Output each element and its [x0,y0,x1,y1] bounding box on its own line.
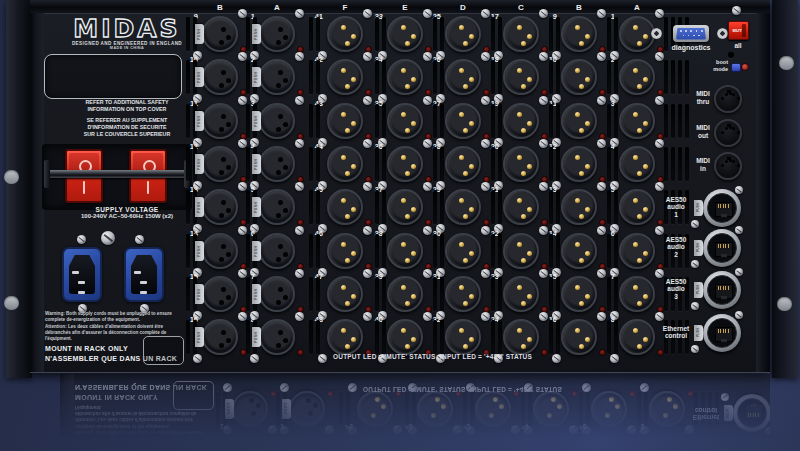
midi-out-port[interactable] [714,119,742,147]
rack-ear-hole [777,297,792,311]
screw [655,96,664,105]
aes50-audio-1-port[interactable] [703,189,741,227]
xlr-male-connector [387,233,423,269]
xlr-pin [341,112,346,117]
vent-slot [556,104,560,138]
xlr-male-connector [503,146,539,182]
xlr-hole [219,257,224,262]
xlr-pin [401,112,406,117]
xlr-pin [345,214,350,219]
screw [295,139,304,148]
push-latch: PUSH [252,197,261,217]
mute-all-button[interactable]: MUTE [728,21,749,40]
midi-thru-port[interactable] [714,85,742,113]
xlr-pin [459,25,464,30]
xlr-hole [283,252,288,257]
xlr-pin [643,121,648,126]
xlr-pin [463,41,468,46]
xlr-male-connector [619,319,655,355]
xlr-hole [276,83,281,88]
diagnostics-port[interactable] [673,25,709,42]
vent-slot [316,190,320,224]
rj45-jack [715,202,733,217]
xlr-hole [219,127,224,132]
vent-slot [491,320,495,354]
rack-ear-hole [779,56,794,70]
diagnostics-label: diagnostics [659,44,723,51]
xlr-pin [469,207,474,212]
vent-slot [186,17,190,51]
xlr-pin [463,128,468,133]
vent-slot [246,234,250,268]
xlr-female-connector [202,16,238,52]
vent-slot [246,277,250,311]
xlr-pin [527,121,532,126]
xlr-male-connector [561,233,597,269]
boot-mode-button[interactable] [731,63,741,72]
xlr-male-connector [445,103,481,139]
ethernet-control-label: Ethernetcontrol [658,325,694,340]
xlr-hole [283,208,288,213]
vent-slot [440,234,444,268]
xlr-pin [579,214,584,219]
xlr-male-connector [561,189,597,225]
xlr-pin [527,207,532,212]
xlr-pin [351,77,356,82]
vent-slot [491,147,495,181]
vent-slot [375,277,379,311]
rear-panel: MIDAS DESIGNED AND ENGINEERED IN ENGLAND… [30,0,770,373]
screw [655,182,664,191]
vent-slot [671,147,675,181]
recessed-button-hole[interactable] [728,52,734,58]
vent-slot [186,277,190,311]
xlr-female-connector [202,103,238,139]
xlr-pin [579,258,584,263]
dsub-pin [690,30,692,32]
xlr-hole [219,213,224,218]
xlr-hole [278,27,283,32]
xlr-male-connector [327,276,363,312]
xlr-pin [633,198,638,203]
xlr-pin [527,294,532,299]
midi-in-port[interactable] [714,152,742,180]
vent-slot [549,320,553,354]
aes50-audio-2-port[interactable] [703,229,741,267]
vent-slot [614,320,618,354]
xlr-male-connector [387,319,423,355]
xlr-hole [226,295,231,300]
push-latch: PUSH [195,24,204,44]
xlr-hole [278,70,283,75]
xlr-hole [276,300,281,305]
xlr-pin [345,344,350,349]
xlr-female-connector [202,233,238,269]
din-pin-hole [732,127,735,130]
vent-slot [316,60,320,94]
xlr-pin [633,155,638,160]
xlr-pin [345,301,350,306]
xlr-male-connector [619,59,655,95]
xlr-pin [527,34,532,39]
xlr-pin [637,214,642,219]
vent-slot [556,190,560,224]
vent-slot [607,104,611,138]
aes50-audio-3-port[interactable] [703,271,741,309]
xlr-male-connector [327,189,363,225]
xlr-pin [579,84,584,89]
xlr-male-connector [327,59,363,95]
push-latch: PUSH [195,154,204,174]
xlr-pin [521,258,526,263]
din-pin-hole [721,131,724,134]
ethernet-control-port[interactable] [703,314,741,352]
din-pin-hole [725,160,728,163]
xlr-pin [643,337,648,342]
vent-slot [186,190,190,224]
vent-slot [664,60,668,94]
xlr-hole [283,78,288,83]
xlr-pin [401,198,406,203]
vent-slot [316,17,320,51]
xlr-pin [527,251,532,256]
vent-slot [375,234,379,268]
boot-mode-led [741,63,749,71]
vent-slot [382,60,386,94]
screw [655,9,664,18]
